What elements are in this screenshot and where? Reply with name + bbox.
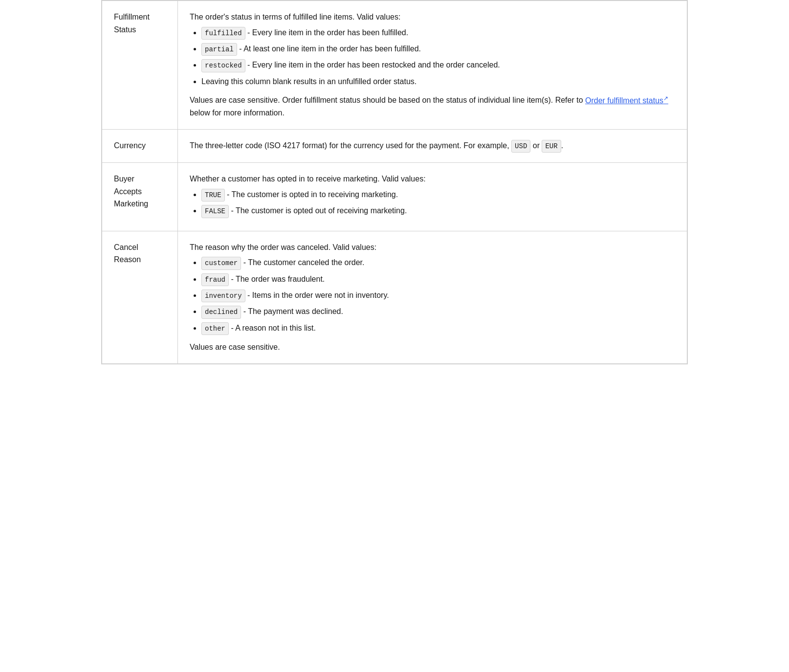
code-value: USD: [511, 140, 530, 153]
desc-intro: The order's status in terms of fulfilled…: [190, 11, 675, 23]
code-value: partial: [201, 43, 237, 56]
row-name-cell: Cancel Reason: [102, 231, 178, 363]
doc-table: Fulfillment StatusThe order's status in …: [101, 0, 688, 364]
list-item: TRUE - The customer is opted in to recei…: [201, 188, 675, 202]
table-row: Buyer Accepts MarketingWhether a custome…: [102, 163, 687, 231]
desc-footer: Values are case sensitive. Order fulfill…: [190, 93, 675, 119]
code-value: fraud: [201, 273, 229, 286]
table-row: Fulfillment StatusThe order's status in …: [102, 1, 687, 130]
list-item: fulfilled - Every line item in the order…: [201, 26, 675, 40]
external-link-icon: ↗: [663, 94, 668, 101]
row-desc-cell: The three-letter code (ISO 4217 format) …: [178, 129, 687, 162]
list-item: inventory - Items in the order were not …: [201, 289, 675, 302]
list-item: declined - The payment was declined.: [201, 305, 675, 318]
row-desc-cell: Whether a customer has opted in to recei…: [178, 163, 687, 231]
row-desc-cell: The order's status in terms of fulfilled…: [178, 1, 687, 130]
row-name-cell: Fulfillment Status: [102, 1, 178, 130]
desc-intro: Whether a customer has opted in to recei…: [190, 173, 675, 185]
row-name-cell: Currency: [102, 129, 178, 162]
code-value: declined: [201, 306, 241, 318]
code-value: inventory: [201, 290, 245, 302]
desc-list: fulfilled - Every line item in the order…: [190, 26, 675, 88]
table-row: CurrencyThe three-letter code (ISO 4217 …: [102, 129, 687, 162]
desc-list: TRUE - The customer is opted in to recei…: [190, 188, 675, 218]
list-item: Leaving this column blank results in an …: [201, 75, 675, 88]
fulfillment-status-link[interactable]: Order fulfillment status↗: [585, 96, 668, 105]
code-value: TRUE: [201, 189, 225, 202]
code-value: other: [201, 322, 229, 335]
code-value: restocked: [201, 59, 245, 72]
desc-intro: The three-letter code (ISO 4217 format) …: [190, 139, 675, 153]
desc-footer: Values are case sensitive.: [190, 341, 675, 354]
list-item: fraud - The order was fraudulent.: [201, 273, 675, 286]
desc-list: customer - The customer canceled the ord…: [190, 256, 675, 335]
desc-intro: The reason why the order was canceled. V…: [190, 241, 675, 254]
list-item: other - A reason not in this list.: [201, 322, 675, 335]
code-value: customer: [201, 257, 241, 269]
code-value: EUR: [542, 140, 561, 153]
row-name-cell: Buyer Accepts Marketing: [102, 163, 178, 231]
table-row: Cancel ReasonThe reason why the order wa…: [102, 231, 687, 363]
code-value: fulfilled: [201, 27, 245, 40]
list-item: restocked - Every line item in the order…: [201, 59, 675, 72]
row-desc-cell: The reason why the order was canceled. V…: [178, 231, 687, 363]
list-item: customer - The customer canceled the ord…: [201, 256, 675, 269]
list-item: FALSE - The customer is opted out of rec…: [201, 204, 675, 218]
list-item: partial - At least one line item in the …: [201, 43, 675, 56]
code-value: FALSE: [201, 205, 229, 218]
